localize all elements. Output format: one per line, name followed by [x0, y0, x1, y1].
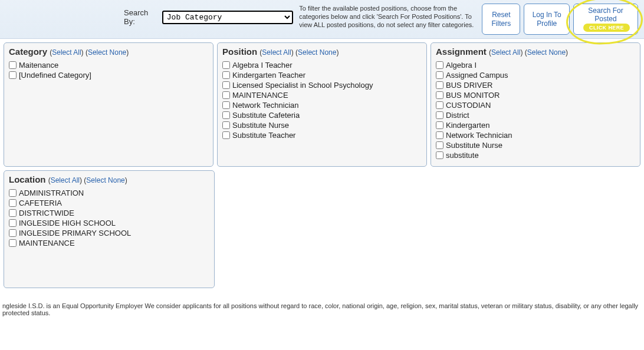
list-item-checkbox[interactable]	[436, 101, 443, 109]
list-item-label: Licensed Specialist in School Psychology	[232, 81, 373, 90]
assignment-items: Algebra IAssigned CampusBUS DRIVERBUS MO…	[436, 60, 635, 160]
list-item-checkbox[interactable]	[436, 91, 443, 99]
list-item-label: substitute	[446, 151, 479, 160]
list-item[interactable]: CAFETERIA	[9, 198, 209, 208]
list-item-checkbox[interactable]	[436, 71, 443, 79]
search-by-block: Search By: Job Category	[124, 8, 293, 26]
list-item[interactable]: MAINTENANCE	[222, 90, 422, 100]
position-select-none[interactable]: Select None	[298, 48, 336, 57]
list-item[interactable]: Substitute Teacher	[222, 130, 422, 140]
category-items: Maitenance[Undefined Category]	[9, 60, 208, 80]
list-item-checkbox[interactable]	[436, 111, 443, 119]
list-item-checkbox[interactable]	[9, 229, 17, 237]
position-items: Algebra I TeacherKindergarten TeacherLic…	[222, 60, 422, 140]
list-item[interactable]: INGLESIDE PRIMARY SCHOOL	[9, 228, 209, 238]
list-item-checkbox[interactable]	[9, 219, 17, 227]
list-item-checkbox[interactable]	[436, 131, 443, 139]
list-item-checkbox[interactable]	[222, 81, 230, 89]
list-item-checkbox[interactable]	[436, 141, 443, 149]
filter-instructions: To filter the available posted positions…	[299, 5, 476, 29]
search-by-select[interactable]: Job Category	[162, 11, 293, 24]
list-item[interactable]: Maitenance	[9, 60, 208, 70]
list-item[interactable]: Substitute Nurse	[436, 140, 635, 150]
list-item-label: BUS MONITOR	[446, 91, 500, 100]
list-item[interactable]: Network Technician	[436, 130, 635, 140]
position-select-all[interactable]: Select All	[262, 48, 291, 57]
list-item[interactable]: Assigned Campus	[436, 70, 635, 80]
login-profile-button[interactable]: Log In To Profile	[524, 4, 570, 35]
list-item-label: CAFETERIA	[19, 199, 62, 207]
list-item-label: Maitenance	[19, 61, 58, 70]
list-item-label: DISTRICTWIDE	[19, 209, 74, 217]
assignment-select-none[interactable]: Select None	[527, 48, 566, 57]
list-item-label: INGLESIDE HIGH SCHOOL	[19, 219, 116, 227]
location-select-all[interactable]: Select All	[51, 176, 80, 184]
list-item[interactable]: [Undefined Category]	[9, 70, 208, 80]
list-item[interactable]: CUSTODIAN	[436, 100, 635, 110]
list-item-checkbox[interactable]	[222, 91, 230, 99]
list-item[interactable]: Licensed Specialist in School Psychology	[222, 80, 422, 90]
list-item[interactable]: DISTRICTWIDE	[9, 208, 209, 218]
category-select-all[interactable]: Select All	[52, 48, 81, 57]
list-item-checkbox[interactable]	[436, 151, 443, 159]
list-item-checkbox[interactable]	[222, 71, 230, 79]
list-item[interactable]: Substitute Cafeteria	[222, 110, 422, 120]
action-buttons: Reset Filters Log In To Profile Search F…	[482, 4, 638, 35]
list-item[interactable]: Network Technician	[222, 100, 422, 110]
reset-filters-button[interactable]: Reset Filters	[482, 4, 520, 35]
list-item-checkbox[interactable]	[9, 209, 17, 217]
list-item-checkbox[interactable]	[222, 121, 230, 129]
list-item-checkbox[interactable]	[9, 71, 17, 79]
list-item[interactable]: District	[436, 110, 635, 120]
list-item-label: ADMINISTRATION	[19, 189, 84, 197]
list-item[interactable]: MAINTENANCE	[9, 238, 209, 248]
list-item-checkbox[interactable]	[436, 121, 443, 129]
list-item-label: Substitute Nurse	[232, 121, 289, 130]
list-item[interactable]: INGLESIDE HIGH SCHOOL	[9, 218, 209, 228]
list-item[interactable]: Kindergarten Teacher	[222, 70, 422, 80]
search-by-label: Search By:	[124, 8, 159, 26]
footer-disclaimer: ngleside I.S.D. is an Equal Opportunity …	[0, 292, 644, 327]
list-item-label: MAINTENANCE	[232, 91, 288, 100]
position-panel: Position (Select All) (Select None) Alge…	[217, 42, 427, 167]
assignment-select-all[interactable]: Select All	[491, 48, 520, 57]
panels-row-1: Category (Select All) (Select None) Mait…	[0, 39, 644, 170]
list-item-checkbox[interactable]	[222, 101, 230, 109]
category-header: Category (Select All) (Select None)	[9, 47, 208, 57]
assignment-panel: Assignment (Select All) (Select None) Al…	[431, 42, 640, 167]
position-title: Position	[222, 47, 257, 57]
location-select-none[interactable]: Select None	[86, 176, 124, 184]
list-item[interactable]: Substitute Nurse	[222, 120, 422, 130]
category-select-none[interactable]: Select None	[88, 48, 126, 57]
location-header: Location (Select All) (Select None)	[9, 174, 209, 184]
list-item-label: INGLESIDE PRIMARY SCHOOL	[19, 229, 131, 237]
assignment-title: Assignment	[436, 47, 487, 57]
list-item-label: Substitute Teacher	[232, 131, 295, 140]
panels-row-2: Location (Select All) (Select None) ADMI…	[0, 170, 644, 292]
list-item[interactable]: Algebra I	[436, 60, 635, 70]
search-posted-positions-button[interactable]: Search For Posted Positions	[573, 4, 638, 35]
list-item-checkbox[interactable]	[222, 131, 230, 139]
list-item[interactable]: BUS MONITOR	[436, 90, 635, 100]
list-item-checkbox[interactable]	[9, 199, 17, 207]
position-header: Position (Select All) (Select None)	[222, 47, 422, 57]
list-item[interactable]: Kindergarten	[436, 120, 635, 130]
list-item-label: MAINTENANCE	[19, 239, 75, 247]
list-item[interactable]: ADMINISTRATION	[9, 188, 209, 198]
location-title: Location	[9, 174, 46, 184]
list-item[interactable]: substitute	[436, 150, 635, 160]
list-item-checkbox[interactable]	[436, 81, 443, 89]
list-item-checkbox[interactable]	[9, 61, 17, 69]
list-item-label: Kindergarten	[446, 121, 489, 130]
list-item-checkbox[interactable]	[9, 239, 17, 247]
list-item[interactable]: BUS DRIVER	[436, 80, 635, 90]
list-item-label: Substitute Nurse	[446, 141, 502, 150]
list-item-checkbox[interactable]	[222, 111, 230, 119]
list-item-checkbox[interactable]	[436, 61, 443, 69]
category-panel: Category (Select All) (Select None) Mait…	[4, 42, 213, 167]
list-item-checkbox[interactable]	[222, 61, 230, 69]
list-item-checkbox[interactable]	[9, 189, 17, 197]
list-item-label: Assigned Campus	[446, 71, 508, 80]
list-item[interactable]: Algebra I Teacher	[222, 60, 422, 70]
assignment-header: Assignment (Select All) (Select None)	[436, 47, 635, 57]
